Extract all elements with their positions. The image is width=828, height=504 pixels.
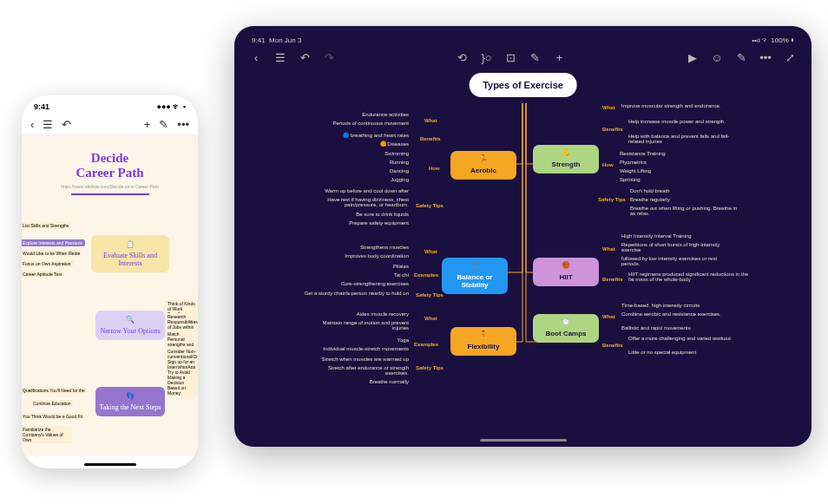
node-flexibility[interactable]: 🧘Flexibility xyxy=(450,327,516,356)
leaf: Help with balance and prevent falls and … xyxy=(628,134,741,144)
leaf: Jogging xyxy=(391,177,409,182)
leaf: Qualifications You'll Need for the xyxy=(22,387,88,394)
leaf: Core-strengthening exercises xyxy=(341,281,409,286)
leaf: Help increase muscle power and strength. xyxy=(628,119,733,124)
leaf: Strengthens muscles xyxy=(360,245,409,250)
list-icon[interactable]: ☰ xyxy=(43,118,53,131)
leaf: Breathe normally xyxy=(370,379,409,384)
leaf: List Skills and Strengths xyxy=(22,222,71,229)
edit-icon[interactable]: ✎ xyxy=(529,51,542,63)
label-how: How xyxy=(602,162,614,167)
list-icon[interactable]: ☰ xyxy=(274,51,286,63)
label-how: How xyxy=(429,166,440,171)
back-icon[interactable]: ‹ xyxy=(30,118,34,131)
plus-icon[interactable]: + xyxy=(144,118,151,131)
leaf: Stretch when muscles are warmed up xyxy=(322,357,409,362)
phone-time: 9:41 xyxy=(34,102,49,111)
leaf: Be sure to drink liquids xyxy=(356,212,409,217)
label-benefits: Benefits xyxy=(420,136,441,141)
pen-icon[interactable]: ✎ xyxy=(159,118,168,131)
plus-icon[interactable]: + xyxy=(554,51,566,63)
root-node[interactable]: Types of Exercise xyxy=(469,73,577,97)
undo-icon[interactable]: ↶ xyxy=(299,51,311,63)
leaf: Combine aerobic and resistance exercises… xyxy=(621,311,726,317)
leaf: Career Aptitude Test xyxy=(22,271,64,278)
leaf: Running xyxy=(390,160,409,165)
label-benefits: Benefits xyxy=(602,343,623,348)
node-narrow[interactable]: 🔍 Narrow Your Options xyxy=(95,311,165,340)
leaf: Warm up before and cool down after xyxy=(325,188,409,193)
label-what: What xyxy=(424,316,437,321)
phone-canvas[interactable]: Decide Career Path https://www.wikihow.c… xyxy=(22,135,198,456)
leaf: Plyometrics xyxy=(620,160,647,165)
node-hiit[interactable]: 🏀HIIT xyxy=(533,258,599,286)
node-next-steps[interactable]: 👣 Taking the Next Steps xyxy=(95,387,165,416)
bracket-icon[interactable]: }○ xyxy=(481,51,493,63)
node-aerobic[interactable]: 🏃Aerobic xyxy=(450,151,516,180)
leaf: Repetitions of short bursts of high-inte… xyxy=(621,242,726,252)
leaf: Breathe regularly. xyxy=(630,197,671,202)
divider xyxy=(71,193,149,195)
leaf: You Think Would be a Good Fit xyxy=(22,413,85,420)
leaf: Maintain range of motion and prevent inj… xyxy=(305,320,409,331)
undo-icon[interactable]: ↶ xyxy=(62,118,71,131)
label-what: What xyxy=(602,314,615,319)
home-indicator[interactable] xyxy=(480,439,567,442)
leaf: Pilates xyxy=(393,264,409,269)
label-what: What xyxy=(424,249,437,254)
leaf: Individual muscle-stretch movements xyxy=(323,346,409,351)
node-balance[interactable]: ⚖️Balance or Stability xyxy=(442,258,508,294)
branch-icon[interactable]: ⟲ xyxy=(457,51,469,63)
leaf: 🔵 breathing and heart rates xyxy=(343,132,409,138)
label-safety: Safety Tips xyxy=(416,203,444,208)
phone-status-bar: 9:41 ●●● ᯤ ▪ xyxy=(22,95,198,115)
emoji-icon[interactable]: ☺ xyxy=(711,51,723,63)
label-benefits: Benefits xyxy=(602,277,623,282)
leaf: Resistance Training xyxy=(620,151,666,156)
node-bootcamps[interactable]: ⏱️Boot Camps xyxy=(533,314,599,343)
more-icon[interactable]: ••• xyxy=(759,51,772,63)
leaf: Try to Avoid Making a Decision Based on … xyxy=(165,369,198,396)
leaf: Ballistic and rapid movements xyxy=(621,325,691,331)
leaf: Periods of continuous movement xyxy=(333,121,409,126)
leaf: Would Like to be When Retire xyxy=(22,250,82,257)
redo-icon[interactable]: ↷ xyxy=(323,51,335,63)
leaf: Explore Interests and Passions xyxy=(22,239,85,246)
phone-url: https://www.wikihow.com/Decide-on-a-Care… xyxy=(30,184,189,189)
home-indicator[interactable] xyxy=(84,463,136,466)
play-icon[interactable]: ▶ xyxy=(687,51,699,63)
tablet-canvas[interactable]: Types of Exercise 🏃Aerobic ⚖️Balance or … xyxy=(246,69,799,424)
tablet-indicators: ••ıl ᯤ 100% ▮ xyxy=(752,36,794,44)
leaf: Get a sturdy chair/a person nearby to ho… xyxy=(296,291,409,296)
leaf: Focus on Own Aspiration xyxy=(22,260,74,267)
label-what: What xyxy=(424,118,437,123)
more-icon[interactable]: ••• xyxy=(177,118,189,131)
phone-toolbar: ‹ ☰ ↶ + ✎ ••• xyxy=(22,115,198,135)
node-evaluate[interactable]: 📋 Evaluate Skills and Interests xyxy=(91,235,169,272)
leaf: Little or no special equipment xyxy=(628,350,696,355)
leaf: Offer a more challenging and varied work… xyxy=(628,336,741,341)
label-what: What xyxy=(602,246,615,252)
leaf: HIIT regimens produced significant reduc… xyxy=(628,272,750,282)
node-strength[interactable]: 💪Strength xyxy=(533,145,599,173)
pen-icon[interactable]: ✎ xyxy=(735,51,747,63)
label-safety: Safety Tips xyxy=(598,197,626,202)
leaf: Tai chi xyxy=(394,272,409,278)
back-icon[interactable]: ‹ xyxy=(250,51,262,63)
label-what: What xyxy=(602,105,615,110)
label-examples: Examples xyxy=(414,272,438,278)
label-examples: Examples xyxy=(414,342,438,347)
tablet-toolbar: ‹ ☰ ↶ ↷ ⟲ }○ ⊡ ✎ + ▶ ☺ ✎ ••• ⤢ xyxy=(246,46,799,69)
leaf: Have rest if having dizziness, chest pai… xyxy=(305,197,409,207)
phone-device: 9:41 ●●● ᯤ ▪ ‹ ☰ ↶ + ✎ ••• Decide Career… xyxy=(22,95,198,468)
expand-icon[interactable]: ⤢ xyxy=(784,51,796,63)
phone-indicators: ●●● ᯤ ▪ xyxy=(157,102,187,111)
leaf: Breathe out when lifting or pushing. Bre… xyxy=(630,206,743,216)
leaf: Familiarize the Company's Values of Own xyxy=(22,426,72,443)
leaf: Continue Education xyxy=(30,400,74,407)
leaf: Weight Lifting xyxy=(620,168,651,173)
phone-title: Decide Career Path xyxy=(30,151,189,181)
select-icon[interactable]: ⊡ xyxy=(505,51,517,63)
tablet-device: 9:41 Mon Jun 3 ••ıl ᯤ 100% ▮ ‹ ☰ ↶ ↷ ⟲ }… xyxy=(234,26,812,447)
leaf: 🟠 Diseases xyxy=(380,141,409,147)
